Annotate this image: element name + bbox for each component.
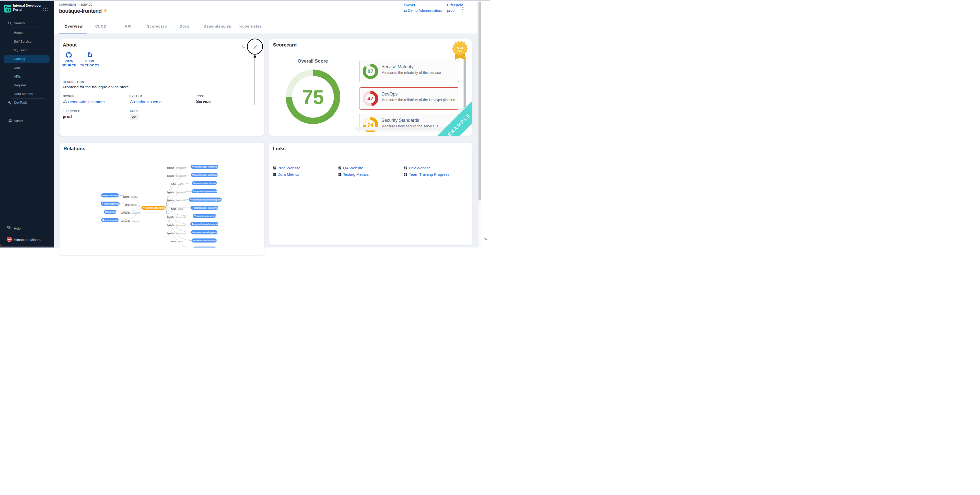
- svg-text:dependsOn: dependsOn: [167, 232, 174, 234]
- svg-text:/ partOf: / partOf: [176, 240, 183, 243]
- svg-text:component:boutique-currencyser: component:boutique-currencyservice: [194, 166, 218, 168]
- svg-text:dependsOn: dependsOn: [167, 175, 174, 177]
- svg-text:hasPart: hasPart: [124, 204, 129, 206]
- svg-text:/ ownedBy: / ownedBy: [129, 196, 138, 198]
- svg-text:/ partOf: / partOf: [176, 183, 183, 185]
- svg-text:api:starwars-graphql: api:starwars-graphql: [104, 219, 119, 221]
- svg-text:hasPart: hasPart: [171, 240, 176, 243]
- svg-text:/ dependencyOf: / dependencyOf: [174, 224, 186, 226]
- svg-text:/ dependencyOf: / dependencyOf: [174, 191, 186, 194]
- svg-text:component:boutique-shippingser: component:boutique-shippingservice: [193, 206, 218, 209]
- svg-text:/ dependencyOf: / dependencyOf: [174, 199, 186, 202]
- svg-text:/ partOf: / partOf: [129, 204, 137, 206]
- svg-text:component:boutique-productcata: component:boutique-productcatalogservice: [192, 198, 221, 201]
- svg-text:dependsOn: dependsOn: [167, 216, 174, 218]
- svg-text:/ dependencyOf: / dependencyOf: [174, 175, 186, 177]
- svg-text:system:Platform_Demo: system:Platform_Demo: [104, 202, 119, 205]
- svg-text:dependsOn: dependsOn: [167, 224, 174, 226]
- svg-text:apiProvidedBy: apiProvidedBy: [121, 220, 130, 223]
- svg-text:component:boutique-cartservice: component:boutique-cartservice: [195, 239, 216, 242]
- svg-text:apiProvidedBy: apiProvidedBy: [121, 212, 130, 214]
- svg-text:ownerOf: ownerOf: [123, 196, 129, 198]
- svg-text:75: 75: [302, 86, 324, 108]
- svg-text:hasPart: hasPart: [171, 207, 176, 210]
- svg-text:component:boutique-frontend: component:boutique-frontend: [145, 206, 164, 209]
- svg-text:/ providesApi: / providesApi: [130, 220, 140, 223]
- svg-text:dependsOn: dependsOn: [167, 167, 174, 169]
- svg-text:component:boutique-checkoutser: component:boutique-checkoutservice: [193, 223, 218, 225]
- svg-text:?: ?: [8, 226, 9, 228]
- svg-text:/ dependencyOf: / dependencyOf: [174, 216, 186, 218]
- svg-text:dependsOn: dependsOn: [167, 199, 174, 202]
- svg-text:dependsOn: dependsOn: [167, 191, 174, 194]
- svg-text:component:boutique-adservice: component:boutique-adservice: [196, 215, 216, 217]
- svg-text:component:boutique-paymentserv: component:boutique-paymentservice: [194, 173, 218, 176]
- svg-text:component:boutique-redisservic: component:boutique-redisservice: [195, 182, 216, 185]
- svg-text:api:petstore: api:petstore: [107, 210, 116, 213]
- svg-text:47: 47: [368, 95, 373, 102]
- svg-text:87: 87: [368, 68, 373, 74]
- svg-text:/ dependencyOf: / dependencyOf: [174, 167, 186, 169]
- svg-text:component:boutique-loadgenerat: component:boutique-loadgenerator: [194, 231, 217, 234]
- svg-text:/ partOf: / partOf: [176, 207, 183, 210]
- svg-text:hasPart: hasPart: [171, 183, 176, 185]
- svg-text:component:boutique-emailservic: component:boutique-emailservice: [194, 190, 217, 193]
- svg-text:/ providesApi: / providesApi: [130, 212, 140, 214]
- svg-text:Demo Administrators: Demo Administrators: [104, 194, 119, 197]
- svg-text:Tier: Tier: [457, 49, 462, 53]
- svg-text:/ dependencyOf: / dependencyOf: [174, 232, 186, 234]
